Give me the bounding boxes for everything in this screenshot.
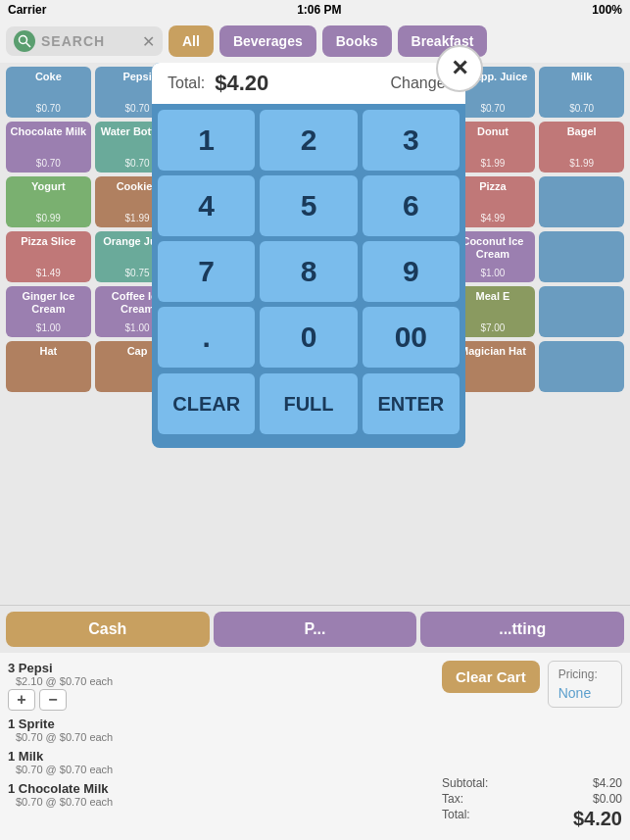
cart-item-controls: +− [8,689,426,711]
full-button[interactable]: FULL [260,373,357,434]
total-value: $4.20 [215,71,268,96]
carrier-label: Carrier [8,3,46,17]
cash-button[interactable]: Cash [6,612,210,647]
numpad-key-5[interactable]: 5 [260,175,357,236]
numpad-key-00[interactable]: 00 [363,307,460,368]
product-name: Pizza Slice [21,235,75,248]
cart-list: 3 Pepsi$2.10 @ $0.70 each+−1 Sprite$0.70… [0,653,434,840]
clear-button[interactable]: CLEAR [158,373,255,434]
product-price: $1.99 [125,213,150,223]
subtotal-value: $4.20 [593,776,622,790]
product-cell[interactable]: Hat [6,341,91,392]
cart-item: 1 Sprite$0.70 @ $0.70 each [8,716,426,743]
product-name: Donut [477,125,509,138]
cart-item-detail: $0.70 @ $0.70 each [16,764,426,775]
product-name: Hat [39,345,57,358]
product-name: Yogurt [31,180,66,193]
product-price: $7.00 [480,322,505,333]
numpad-key-0[interactable]: 0 [260,307,357,368]
cart-item: 1 Chocolate Milk$0.70 @ $0.70 each [8,781,426,808]
bottom-section: Cash P... ...tting 3 Pepsi$2.10 @ $0.70 … [0,605,630,840]
pricing-label: Pricing: [558,667,611,681]
increment-button[interactable]: + [8,689,35,711]
product-cell[interactable] [539,341,624,392]
pricing-value: None [558,685,611,701]
product-name: Chocolate Milk [11,125,87,138]
grand-total-value: $4.20 [573,808,622,830]
product-cell[interactable]: Yogurt$0.99 [6,176,91,227]
clear-cart-button[interactable]: Clear Cart [442,661,540,693]
numpad-close-button[interactable]: ✕ [436,45,483,92]
product-price: $0.70 [480,103,505,114]
product-name: Coke [35,71,62,83]
product-cell[interactable]: Chocolate Milk$0.70 [6,122,91,173]
numpad-key-8[interactable]: 8 [260,241,357,302]
numpad-keys: 123456789.000 [152,104,465,373]
right-panel: Clear Cart Pricing: None Subtotal: $4.20… [434,653,630,840]
product-name: Milk [571,71,592,83]
category-all[interactable]: All [169,25,214,57]
numpad-actions: CLEAR FULL ENTER [152,373,465,440]
product-price: $0.70 [125,103,150,114]
other-payment-button[interactable]: P... [214,612,417,647]
numpad-key-.[interactable]: . [158,307,255,368]
tax-row: Tax: $0.00 [442,792,622,806]
svg-point-0 [20,36,27,44]
product-name: Pepsi [122,71,151,83]
cart-item-name: 1 Milk [8,749,426,764]
numpad-key-7[interactable]: 7 [158,241,255,302]
total-label: Total: [168,74,205,92]
time-label: 1:06 PM [297,3,341,17]
category-books[interactable]: Books [322,25,392,57]
status-bar: Carrier 1:06 PM 100% [0,0,630,20]
settings-button[interactable]: ...tting [420,612,624,647]
payment-bar: Cash P... ...tting [0,606,630,653]
subtotal-row: Subtotal: $4.20 [442,776,622,790]
product-cell[interactable]: Bagel$1.99 [539,122,624,173]
product-cell[interactable] [539,286,624,337]
top-nav: SEARCH ✕ All Beverages Books Breakfast [0,20,630,63]
tax-value: $0.00 [593,792,622,806]
product-name: Pizza [479,180,507,193]
product-name: Cap [127,345,148,358]
product-cell[interactable]: Coke$0.70 [6,67,91,118]
product-price: $0.70 [36,158,61,169]
product-price: $1.00 [480,268,505,278]
decrement-button[interactable]: − [39,689,67,711]
search-clear-icon[interactable]: ✕ [142,32,155,51]
numpad-key-3[interactable]: 3 [363,110,460,171]
product-price: $1.00 [125,322,150,333]
product-cell[interactable]: Ginger Ice Cream$1.00 [6,286,91,337]
numpad-key-6[interactable]: 6 [363,175,460,236]
pricing-box: Pricing: None [548,661,622,708]
numpad-key-9[interactable]: 9 [363,241,460,302]
cart-item: 1 Milk$0.70 @ $0.70 each [8,749,426,775]
product-name: Magician Hat [460,345,526,358]
numpad-key-1[interactable]: 1 [158,110,255,171]
numpad-key-4[interactable]: 4 [158,175,255,236]
product-cell[interactable]: Pizza Slice$1.49 [6,231,91,282]
grand-total-label: Total: [442,808,470,830]
numpad-overlay: Total: $4.20 Change: ✕ 123456789.000 CLE… [152,63,465,448]
grand-total-row: Total: $4.20 [442,808,622,830]
product-price: $0.70 [125,158,150,169]
product-price: $1.00 [36,322,61,333]
category-beverages[interactable]: Beverages [219,25,316,57]
search-bar[interactable]: SEARCH ✕ [6,26,163,56]
cart-item-detail: $0.70 @ $0.70 each [16,731,426,743]
svg-line-1 [26,43,31,48]
numpad-header: Total: $4.20 Change: [152,63,465,104]
product-cell[interactable] [539,176,624,227]
battery-label: 100% [592,3,622,17]
product-name: Ginger Ice Cream [8,290,89,316]
product-cell[interactable]: Milk$0.70 [539,67,624,118]
cart-item: 3 Pepsi$2.10 @ $0.70 each+− [8,661,426,711]
cart-item-name: 1 Sprite [8,716,426,731]
subtotal-label: Subtotal: [442,776,488,790]
search-placeholder: SEARCH [41,33,136,49]
cart-item-name: 1 Chocolate Milk [8,781,426,796]
product-price: $0.75 [125,268,150,278]
enter-button[interactable]: ENTER [363,373,460,434]
numpad-key-2[interactable]: 2 [260,110,357,171]
product-cell[interactable] [539,231,624,282]
